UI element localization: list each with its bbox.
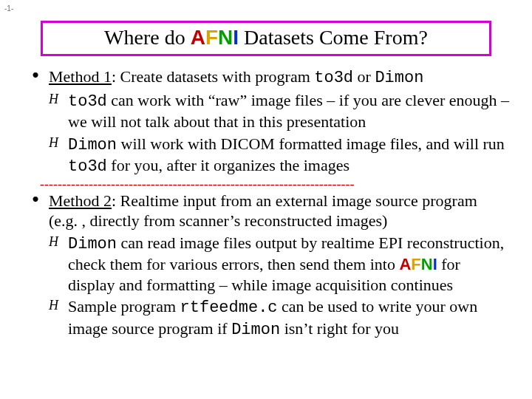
text: isn’t right for you: [280, 319, 399, 338]
text: Dimon can read image files output by rea…: [68, 233, 510, 296]
bullet-icon: •: [22, 66, 49, 89]
text: Sample program: [68, 297, 180, 316]
content: • Method 1: Create datasets with program…: [0, 66, 532, 340]
page-title: Where do AFNI Datasets Come From?: [49, 26, 483, 50]
page-number: -1-: [4, 4, 13, 13]
text: Sample program rtfeedme.c can be used to…: [68, 296, 510, 340]
text: can work with “raw” image files – if you…: [68, 91, 509, 132]
code-dimon: Dimon: [68, 136, 117, 154]
method-1: • Method 1: Create datasets with program…: [22, 66, 510, 89]
afni-a: A: [191, 26, 205, 49]
code-to3d: to3d: [314, 69, 353, 87]
title-before: Where do: [104, 26, 191, 49]
hand-icon: H: [49, 90, 68, 132]
afni-i: I: [233, 26, 239, 49]
method-1-text: Method 1: Create datasets with program t…: [49, 66, 510, 89]
text: : Realtime input from an external image …: [49, 191, 477, 231]
method-2-text: Method 2: Realtime input from an externa…: [49, 191, 510, 231]
text: to3d can work with “raw” image files – i…: [68, 90, 510, 132]
code-rtfeedme: rtfeedme.c: [180, 299, 278, 317]
method-1-label: Method 1: [49, 67, 112, 86]
code-dimon: Dimon: [68, 235, 117, 253]
afni-n: N: [218, 26, 233, 49]
text: Dimon will work with DICOM formatted ima…: [68, 134, 510, 177]
code-dimon: Dimon: [375, 69, 423, 87]
code-to3d: to3d: [68, 92, 107, 111]
text: for you, after it organizes the images: [107, 156, 349, 174]
method-2-label: Method 2: [49, 191, 112, 210]
separator: ----------------------------------------…: [40, 179, 510, 189]
method-2-sub-2: H Sample program rtfeedme.c can be used …: [49, 296, 510, 340]
method-2: • Method 2: Realtime input from an exter…: [22, 191, 510, 231]
method-1-sub-1: H to3d can work with “raw” image files –…: [49, 90, 510, 132]
hand-icon: H: [49, 233, 68, 296]
title-after: Datasets Come From?: [239, 26, 428, 49]
bullet-icon: •: [22, 191, 49, 231]
afni-a: A: [399, 255, 411, 273]
method-1-sub-2: H Dimon will work with DICOM formatted i…: [49, 134, 510, 177]
code-to3d: to3d: [68, 157, 107, 176]
hand-icon: H: [49, 296, 68, 340]
text: : Create datasets with program: [112, 67, 314, 86]
code-dimon: Dimon: [231, 321, 280, 339]
title-box: Where do AFNI Datasets Come From?: [41, 21, 491, 56]
text: or: [353, 67, 375, 86]
text: will work with DICOM formatted image fil…: [117, 134, 505, 153]
hand-icon: H: [49, 134, 68, 177]
afni-f: F: [411, 255, 420, 273]
afni-n: N: [421, 255, 433, 273]
afni-f: F: [205, 26, 218, 49]
method-2-sub-1: H Dimon can read image files output by r…: [49, 233, 510, 296]
